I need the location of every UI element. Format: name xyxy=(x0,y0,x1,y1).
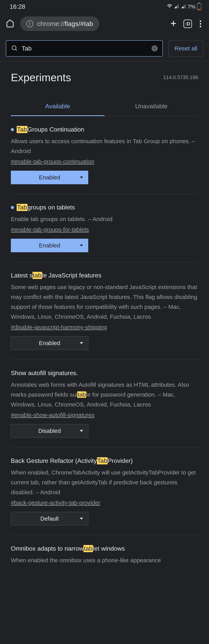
flag-hash-link[interactable]: #enable-tab-groups-continuation xyxy=(11,158,94,165)
search-box[interactable]: ✕ xyxy=(6,40,163,56)
menu-icon[interactable] xyxy=(198,20,203,27)
browser-toolbar: i chrome://flags/#tab :D xyxy=(0,12,209,36)
clear-icon[interactable]: ✕ xyxy=(152,45,158,52)
flag-description: When enabled, ChromeTabActivity will use… xyxy=(11,468,198,497)
home-icon[interactable] xyxy=(6,19,14,28)
flag-item: Tab Groups ContinuationAllows users to a… xyxy=(11,116,198,194)
url-text: chrome://flags/#tab xyxy=(37,20,93,28)
url-bar[interactable]: i chrome://flags/#tab xyxy=(20,16,99,31)
tabs: Available Unavailable xyxy=(11,97,198,116)
flag-hash-link[interactable]: #disable-javascript-harmony-shipping xyxy=(11,324,107,330)
flag-dropdown[interactable]: Disabled xyxy=(11,424,88,438)
flag-dropdown[interactable]: Enabled xyxy=(11,239,88,252)
flag-title: Show autofill signatures. xyxy=(11,370,198,377)
modified-dot-icon xyxy=(11,206,14,209)
flag-dropdown[interactable]: Enabled xyxy=(11,171,88,184)
flag-item: Tab groups on tabletsEnable tab groups o… xyxy=(11,194,198,262)
signal-1-icon xyxy=(174,3,179,10)
info-icon[interactable]: i xyxy=(26,20,33,27)
tab-unavailable[interactable]: Unavailable xyxy=(104,97,198,116)
page-header: Experiments 114.0.5735.196 xyxy=(0,62,209,90)
flag-item: Back Gesture Refactor (Activity Tab Prov… xyxy=(11,448,198,535)
flag-description: Enable tab groups on tablets. – Android xyxy=(11,214,198,224)
flag-title: Tab groups on tablets xyxy=(11,204,198,211)
flags-list: Tab Groups ContinuationAllows users to a… xyxy=(0,116,209,577)
flag-item: Show autofill signatures.Annotates web f… xyxy=(11,360,198,448)
flag-description: When enabled the omnibox uses a phone-li… xyxy=(11,555,198,565)
tab-available[interactable]: Available xyxy=(11,97,104,116)
flag-item: Latest stable JavaScript featuresSome we… xyxy=(11,262,198,360)
svg-line-3 xyxy=(16,50,17,51)
modified-dot-icon xyxy=(11,128,14,131)
flag-title: Omnibox adapts to narrow tablet windows xyxy=(11,545,198,552)
page-title: Experiments xyxy=(11,71,71,84)
flag-hash-link[interactable]: #enable-show-autofill-signatures xyxy=(11,412,94,418)
status-time: 16:28 xyxy=(10,3,25,10)
new-tab-icon[interactable] xyxy=(169,19,178,28)
svg-point-2 xyxy=(12,46,16,50)
status-bar: 16:28 7% xyxy=(0,0,209,12)
flag-title: Back Gesture Refactor (Activity Tab Prov… xyxy=(11,457,198,464)
flag-title: Tab Groups Continuation xyxy=(11,126,198,133)
flag-description: Allows users to access continuation feat… xyxy=(11,136,198,156)
reset-all-button[interactable]: Reset all xyxy=(169,40,203,56)
flag-dropdown[interactable]: Enabled xyxy=(11,336,88,350)
tab-switcher-button[interactable]: :D xyxy=(184,20,192,28)
flag-hash-link[interactable]: #back-gesture-activity-tab-provider xyxy=(11,500,100,506)
flag-title: Latest stable JavaScript features xyxy=(11,272,198,279)
flag-description: Some web pages use legacy or non-standar… xyxy=(11,282,198,322)
flag-description: Annotates web forms with Autofill signat… xyxy=(11,380,198,410)
signal-2-icon xyxy=(181,3,186,10)
battery-icon xyxy=(197,3,201,10)
flag-hash-link[interactable]: #enable-tab-groups-for-tablets xyxy=(11,226,89,233)
wifi-icon xyxy=(167,3,172,10)
search-input[interactable] xyxy=(22,45,148,52)
version-label: 114.0.5735.196 xyxy=(163,74,198,80)
search-icon xyxy=(11,44,18,52)
flag-item: Omnibox adapts to narrow tablet windowsW… xyxy=(11,535,198,577)
flag-dropdown[interactable]: Default xyxy=(11,512,88,526)
status-icons: 7% xyxy=(167,3,201,10)
battery-percent: 7% xyxy=(188,4,196,10)
search-row: ✕ Reset all xyxy=(0,36,209,62)
